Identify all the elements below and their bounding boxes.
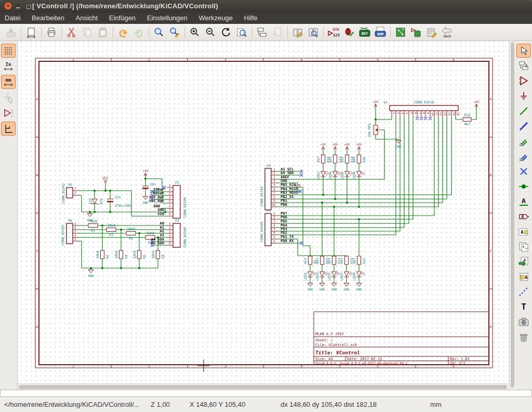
svg-text:R6: R6 <box>142 255 147 259</box>
svg-text:4k7: 4k7 <box>352 258 356 264</box>
back-import-button[interactable]: BACK <box>440 25 455 39</box>
units-mm-icon[interactable]: mm <box>1 75 16 89</box>
import-sheet-pin-icon[interactable]: A <box>516 255 531 269</box>
hierarchy-navigator-button[interactable] <box>254 25 270 39</box>
vertical-scrollbar[interactable] <box>509 41 515 390</box>
hierarchical-label-icon[interactable]: A <box>516 224 531 238</box>
erc-button[interactable] <box>341 25 357 39</box>
svg-text:Sheet: /: Sheet: / <box>315 338 333 342</box>
run-pcbnew-button[interactable] <box>393 25 408 39</box>
window-close-button[interactable]: × <box>4 2 12 10</box>
svg-text:1: 1 <box>74 187 76 190</box>
find-replace-button[interactable] <box>167 25 182 39</box>
find-button[interactable] <box>151 25 167 39</box>
cursor-shape-icon[interactable] <box>1 90 16 104</box>
window-maximize-button[interactable] <box>24 2 32 10</box>
menu-einfuegen[interactable]: Einfügen <box>104 12 140 24</box>
sheet-pin-icon[interactable]: A <box>516 270 531 284</box>
svg-text:2: 2 <box>273 171 275 175</box>
window-titlebar[interactable]: × [ VControll /] (/home/rene/Entwicklung… <box>0 0 532 13</box>
svg-text:1: 1 <box>72 364 74 368</box>
svg-text:5: 5 <box>377 58 379 61</box>
paste-button[interactable] <box>95 25 111 39</box>
redo-button[interactable] <box>131 25 147 39</box>
svg-text:mm: mm <box>6 77 11 83</box>
menu-werkzeuge[interactable]: Werkzeuge <box>194 12 237 24</box>
svg-text:VIN: VIN <box>157 212 164 216</box>
zoom-out-button[interactable] <box>203 25 218 39</box>
svg-text:470u/50V: 470u/50V <box>115 204 131 208</box>
graphic-line-icon[interactable] <box>516 285 531 299</box>
hidden-pins-icon[interactable] <box>1 106 16 120</box>
hv-orientation-icon[interactable] <box>1 122 16 136</box>
bus-to-bus-entry-icon[interactable] <box>516 149 531 163</box>
undo-button[interactable] <box>115 25 131 39</box>
svg-text:BACK: BACK <box>444 34 451 38</box>
svg-text:10k: 10k <box>367 131 371 137</box>
toolbar-separator <box>113 26 113 38</box>
cvpcb-button[interactable] <box>408 25 424 39</box>
leave-sheet-button[interactable] <box>270 25 285 39</box>
print-button[interactable] <box>44 25 59 39</box>
place-bus-icon[interactable] <box>516 119 531 133</box>
text-tool-icon[interactable]: T <box>516 300 531 314</box>
save-button[interactable] <box>3 25 19 39</box>
svg-text:2: 2 <box>169 188 170 191</box>
svg-text:CONN_01X08: CONN_01X08 <box>183 197 187 218</box>
hierarchical-sheet-icon[interactable] <box>516 240 531 254</box>
annotate-button[interactable]: U?A123 <box>326 25 341 39</box>
svg-text:+5V: +5V <box>344 142 350 146</box>
place-wire-icon[interactable] <box>516 104 531 118</box>
library-editor-button[interactable] <box>290 25 305 39</box>
no-connect-icon[interactable] <box>516 164 531 178</box>
netlist-button[interactable]: NET <box>357 25 373 39</box>
menu-bearbeiten[interactable]: Bearbeiten <box>27 12 69 24</box>
right-toolbar: A A A A A T <box>515 41 532 390</box>
bitmap-image-icon[interactable] <box>516 315 531 329</box>
toolbar-separator <box>251 26 252 38</box>
units-inch-icon[interactable]: In <box>1 59 16 73</box>
place-power-icon[interactable] <box>516 89 531 103</box>
place-component-icon[interactable] <box>516 74 531 88</box>
svg-text:A: A <box>521 230 524 235</box>
svg-text:Size: A4: Size: A4 <box>315 357 333 361</box>
page-settings-button[interactable] <box>23 25 39 39</box>
svg-text:4: 4 <box>169 196 171 199</box>
wire-to-bus-entry-icon[interactable] <box>516 134 531 148</box>
svg-text:3: 3 <box>224 364 227 368</box>
redraw-button[interactable] <box>218 25 234 39</box>
menu-datei[interactable]: Datei <box>0 12 25 24</box>
library-browser-button[interactable] <box>305 25 321 39</box>
junction-icon[interactable] <box>516 179 531 193</box>
menu-hilfe[interactable]: Hilfe <box>240 12 262 24</box>
global-label-icon[interactable]: A <box>516 209 531 223</box>
svg-text:4: 4 <box>169 234 171 237</box>
svg-text:A: A <box>522 215 524 219</box>
svg-text:+5V: +5V <box>332 142 338 146</box>
svg-text:GND: GND <box>88 274 94 277</box>
highlight-net-icon[interactable] <box>516 59 531 73</box>
delete-tool-icon[interactable] <box>516 330 531 344</box>
select-tool-icon[interactable] <box>516 44 531 58</box>
zoom-in-button[interactable] <box>187 25 203 39</box>
svg-text:12: 12 <box>440 112 443 116</box>
svg-text:+5V: +5V <box>474 100 480 103</box>
bom-button[interactable]: BOM <box>373 25 388 39</box>
window-minimize-button[interactable] <box>14 2 22 10</box>
svg-text:CONN_01X05: CONN_01X05 <box>61 225 65 245</box>
zoom-fit-button[interactable] <box>234 25 249 39</box>
schematic-canvas[interactable]: 123456 123456 ABCD ABCD MLKB e.V 1932 Sh… <box>18 41 509 383</box>
toolbar-separator <box>184 26 185 38</box>
svg-text:File: VControll.sch: File: VControll.sch <box>315 343 357 347</box>
svg-text:8: 8 <box>273 195 275 198</box>
menu-einstellungen[interactable]: Einstellungen <box>142 12 192 24</box>
svg-text:2: 2 <box>397 112 400 114</box>
grid-toggle-icon[interactable] <box>1 44 16 58</box>
svg-text:R8: R8 <box>161 255 165 259</box>
net-label-icon[interactable]: A <box>516 194 531 208</box>
menu-ansicht[interactable]: Ansicht <box>71 12 103 24</box>
copy-button[interactable] <box>79 25 95 39</box>
cut-icon[interactable] <box>64 25 79 39</box>
svg-text:R2: R2 <box>105 255 110 259</box>
pcb-footprint-button[interactable] <box>424 25 440 39</box>
